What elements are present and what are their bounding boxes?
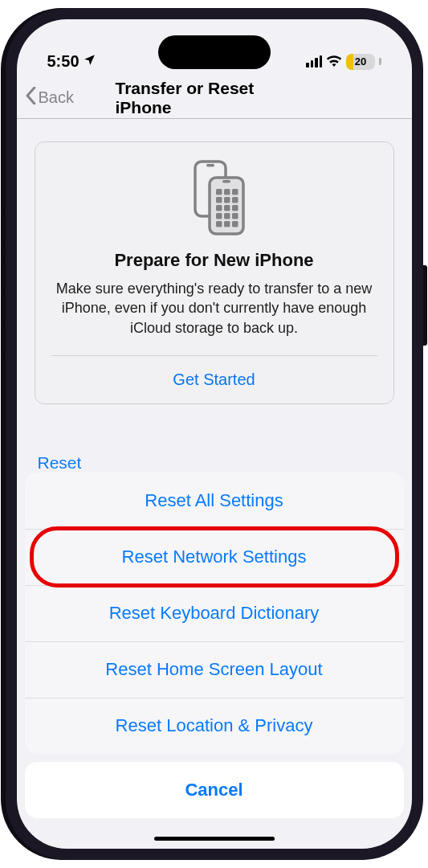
get-started-button[interactable]: Get Started: [51, 356, 377, 403]
svg-rect-9: [232, 197, 238, 203]
devices-icon: [51, 160, 377, 235]
svg-rect-13: [216, 213, 222, 219]
content: Prepare for New iPhone Make sure everyth…: [17, 119, 412, 404]
sheet-option-reset-location-privacy[interactable]: Reset Location & Privacy: [25, 698, 404, 754]
svg-rect-4: [216, 189, 222, 195]
svg-rect-16: [216, 221, 222, 227]
svg-rect-5: [224, 189, 230, 195]
back-label: Back: [39, 88, 74, 107]
wifi-icon: [326, 52, 342, 71]
action-sheet: Reset All SettingsReset Network Settings…: [17, 473, 412, 849]
status-time: 5:50: [47, 52, 79, 71]
phone-frame: 5:50 20: [6, 8, 423, 860]
reset-button-background: Reset: [38, 453, 82, 473]
prepare-card: Prepare for New iPhone Make sure everyth…: [35, 141, 394, 404]
svg-rect-14: [224, 213, 230, 219]
svg-rect-6: [232, 189, 238, 195]
svg-rect-15: [232, 213, 238, 219]
card-text: Make sure everything's ready to transfer…: [51, 279, 377, 355]
svg-rect-7: [216, 197, 222, 203]
battery-tip: [379, 58, 381, 65]
svg-rect-17: [224, 221, 230, 227]
svg-rect-18: [232, 221, 238, 227]
sheet-option-reset-home-screen-layout[interactable]: Reset Home Screen Layout: [25, 641, 404, 698]
svg-rect-12: [232, 205, 238, 211]
svg-rect-11: [224, 205, 230, 211]
svg-rect-1: [206, 164, 214, 167]
svg-rect-3: [222, 180, 230, 183]
cellular-signal-icon: [306, 55, 322, 68]
card-title: Prepare for New iPhone: [51, 250, 377, 271]
nav-bar: Back Transfer or Reset iPhone: [17, 77, 412, 119]
home-indicator[interactable]: [154, 837, 275, 841]
sheet-option-reset-all-settings[interactable]: Reset All Settings: [25, 473, 404, 529]
svg-rect-8: [224, 197, 230, 203]
sheet-option-reset-keyboard-dictionary[interactable]: Reset Keyboard Dictionary: [25, 585, 404, 641]
battery-icon: 20: [346, 54, 375, 70]
sheet-option-reset-network-settings[interactable]: Reset Network Settings: [25, 529, 404, 585]
screen: 5:50 20: [17, 19, 412, 849]
dynamic-island: [158, 35, 271, 69]
action-sheet-group: Reset All SettingsReset Network Settings…: [25, 473, 404, 754]
chevron-left-icon: [25, 87, 37, 108]
svg-rect-10: [216, 205, 222, 211]
location-icon: [83, 52, 96, 71]
cancel-button[interactable]: Cancel: [25, 762, 404, 818]
back-button[interactable]: Back: [25, 87, 74, 108]
page-title: Transfer or Reset iPhone: [116, 79, 313, 117]
